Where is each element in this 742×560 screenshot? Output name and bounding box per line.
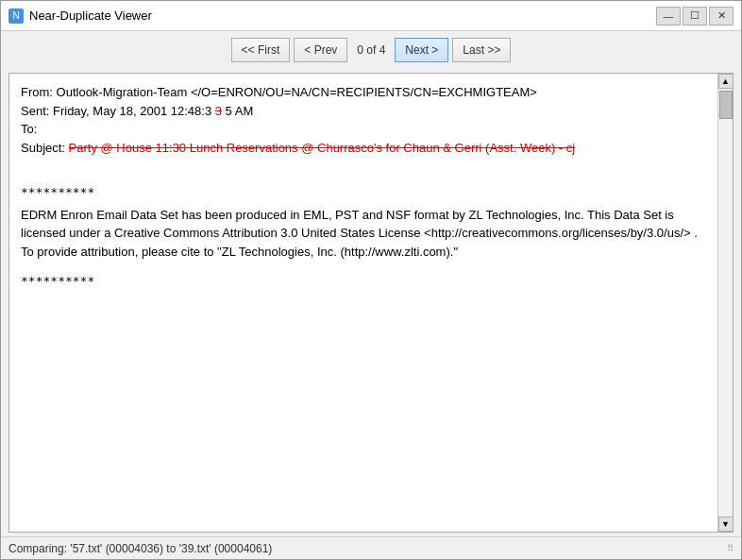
sent-suffix: 5 AM (222, 104, 253, 118)
sent-prefix: Friday, May 18, 2001 12:48:3 (49, 104, 214, 118)
first-button[interactable]: << First (231, 38, 291, 62)
window-title: Near-Duplicate Viewer (29, 8, 656, 23)
to-label: To: (21, 122, 37, 136)
close-button[interactable]: ✕ (709, 7, 734, 25)
last-button[interactable]: Last >> (452, 38, 511, 62)
email-body-area: From: Outlook-Migration-Team </O=ENRON/O… (9, 74, 717, 532)
resize-grip[interactable]: ⠿ (727, 543, 734, 553)
title-bar: N Near-Duplicate Viewer — ☐ ✕ (1, 1, 741, 31)
status-text: Comparing: '57.txt' (00004036) to '39.tx… (8, 542, 272, 555)
from-label: From: (21, 85, 53, 99)
from-value: Outlook-Migration-Team </O=ENRON/OU=NA/C… (53, 85, 537, 99)
asterisks-top: ********** (21, 183, 706, 202)
sent-label: Sent: (21, 104, 49, 118)
window-controls: — ☐ ✕ (656, 7, 734, 25)
page-counter: 0 of 4 (351, 43, 391, 57)
sent-line: Sent: Friday, May 18, 2001 12:48:3 3 5 A… (21, 102, 706, 121)
asterisks-bottom: ********** (21, 272, 706, 291)
from-line: From: Outlook-Migration-Team </O=ENRON/O… (21, 83, 706, 102)
navigation-toolbar: << First < Prev 0 of 4 Next > Last >> (1, 31, 741, 69)
scroll-down-button[interactable]: ▼ (718, 517, 734, 532)
minimize-button[interactable]: — (656, 7, 681, 25)
subject-value: Party @ House 11:30 Lunch Reservations @… (69, 141, 576, 155)
scroll-thumb[interactable] (719, 91, 733, 119)
body-content: EDRM Enron Email Data Set has been produ… (21, 208, 698, 259)
subject-label: Subject: (21, 141, 65, 155)
scroll-up-button[interactable]: ▲ (718, 74, 734, 89)
sent-strikethrough: 3 (215, 104, 222, 118)
to-line: To: (21, 120, 706, 139)
email-viewer: From: Outlook-Migration-Team </O=ENRON/O… (8, 73, 734, 533)
spacer1 (21, 157, 706, 172)
email-body-text: EDRM Enron Email Data Set has been produ… (21, 206, 706, 262)
main-window: N Near-Duplicate Viewer — ☐ ✕ << First <… (0, 0, 742, 560)
subject-line: Subject: Party @ House 11:30 Lunch Reser… (21, 139, 706, 158)
maximize-button[interactable]: ☐ (683, 7, 707, 25)
vertical-scrollbar[interactable]: ▲ ▼ (717, 74, 733, 532)
app-icon: N (8, 8, 24, 24)
status-bar: Comparing: '57.txt' (00004036) to '39.tx… (1, 536, 741, 559)
next-button[interactable]: Next > (395, 38, 448, 62)
prev-button[interactable]: < Prev (294, 38, 347, 62)
